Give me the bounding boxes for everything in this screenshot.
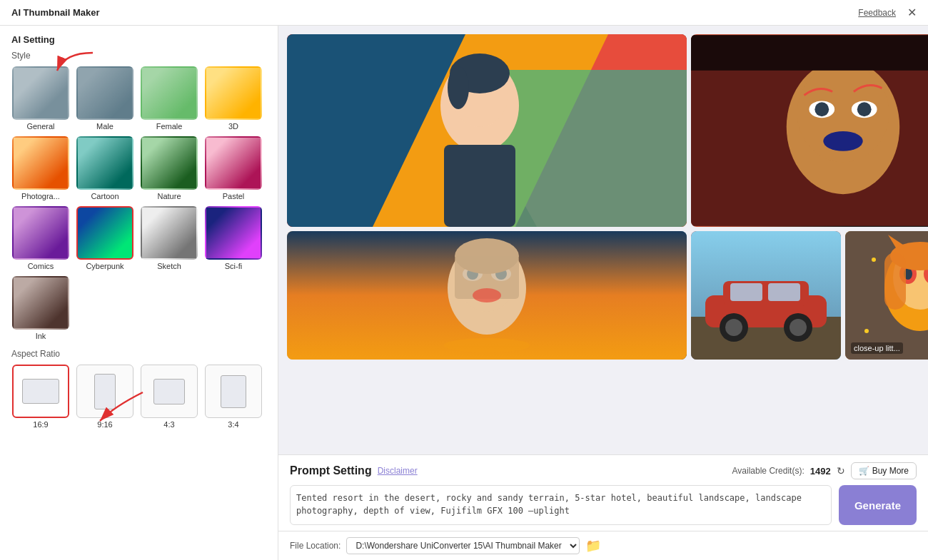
aspect-inner-9-16 <box>94 374 116 409</box>
close-button[interactable]: ✕ <box>907 6 917 19</box>
disclaimer-link[interactable]: Disclaimer <box>378 466 418 476</box>
svg-rect-21 <box>691 35 928 71</box>
face-image-svg <box>691 34 928 227</box>
aspect-inner-3-4 <box>221 375 246 408</box>
aspect-box-9-16 <box>76 365 133 418</box>
style-thumb-sketch <box>141 206 198 260</box>
feedback-link[interactable]: Feedback <box>858 8 896 18</box>
car-image-svg <box>691 231 841 360</box>
gallery-image-main[interactable] <box>287 34 687 227</box>
image-gallery: close-up litt... ⊞ <box>278 26 928 454</box>
gallery-image-girl[interactable] <box>287 231 687 360</box>
svg-rect-55 <box>884 253 906 310</box>
style-thumb-ink <box>12 276 69 330</box>
left-panel: AI Setting Style GeneralMaleFemale3DPhot… <box>0 26 278 560</box>
aspect-box-16-9 <box>12 365 69 418</box>
style-item-photo[interactable]: Photogra... <box>11 136 70 200</box>
style-item-ink[interactable]: Ink <box>11 276 70 340</box>
prompt-section: Prompt Setting Disclaimer Available Cred… <box>278 454 928 531</box>
refresh-icon[interactable]: ↻ <box>837 465 845 477</box>
svg-rect-38 <box>730 283 762 301</box>
style-item-male[interactable]: Male <box>76 66 134 131</box>
style-thumb-3d <box>205 66 262 120</box>
credits-count: 1492 <box>810 466 831 477</box>
style-label-scifi: Sci-fi <box>225 262 242 270</box>
svg-point-19 <box>857 102 872 116</box>
style-label-female: Female <box>156 122 183 131</box>
prompt-title: Prompt Setting <box>290 464 372 477</box>
buy-more-button[interactable]: 🛒 Buy More <box>851 462 917 479</box>
style-item-general[interactable]: General <box>11 66 70 131</box>
title-bar: AI Thumbnail Maker Feedback ✕ <box>0 0 928 26</box>
svg-point-20 <box>823 131 862 151</box>
style-item-scifi[interactable]: Sci-fi <box>204 206 263 270</box>
prompt-title-row: Prompt Setting Disclaimer <box>290 464 418 477</box>
style-thumb-scifi <box>205 206 262 260</box>
svg-rect-9 <box>444 145 515 227</box>
svg-point-43 <box>790 319 807 336</box>
aspect-label-16-9: 16:9 <box>33 420 48 429</box>
style-item-sketch[interactable]: Sketch <box>140 206 198 270</box>
file-location-select[interactable]: D:\Wondershare UniConverter 15\AI Thumbn… <box>346 537 580 554</box>
prompt-textarea[interactable] <box>290 485 832 525</box>
aspect-inner-16-9 <box>22 379 59 404</box>
style-item-comics[interactable]: Comics <box>11 206 70 270</box>
style-item-3d[interactable]: 3D <box>204 66 263 131</box>
style-item-cartoon[interactable]: Cartoon <box>76 136 134 200</box>
prompt-header: Prompt Setting Disclaimer Available Cred… <box>290 462 917 479</box>
aspect-item-4-3[interactable]: 4:3 <box>140 365 198 429</box>
girl-image-svg <box>287 231 687 360</box>
app-title: AI Thumbnail Maker <box>11 7 100 18</box>
svg-point-17 <box>814 102 829 116</box>
aspect-label-9-16: 9:16 <box>97 420 112 429</box>
style-thumb-male <box>76 66 133 120</box>
style-label-comics: Comics <box>28 262 54 270</box>
style-label-cartoon: Cartoon <box>91 192 118 200</box>
style-thumb-cartoon <box>76 136 133 190</box>
gallery-image-car[interactable] <box>691 231 841 360</box>
svg-point-24 <box>444 338 530 352</box>
title-bar-actions: Feedback ✕ <box>858 6 917 19</box>
style-item-nature[interactable]: Nature <box>140 136 198 200</box>
style-thumb-nature <box>141 136 198 190</box>
file-location-label: File Location: <box>290 541 341 551</box>
style-item-cyberpunk[interactable]: Cyberpunk <box>76 206 134 270</box>
main-image-svg <box>287 34 687 227</box>
style-label-pastel: Pastel <box>223 192 245 200</box>
aspect-ratio-label: Aspect Ratio <box>11 349 266 359</box>
buy-icon: 🛒 <box>859 466 869 476</box>
aspect-grid: 16:99:164:33:4 <box>11 365 266 429</box>
style-thumb-general <box>12 66 69 120</box>
style-item-female[interactable]: Female <box>140 66 198 131</box>
svg-point-11 <box>448 66 469 109</box>
right-panel: close-up litt... ⊞ Prompt Setting Discla… <box>278 26 928 560</box>
generate-button[interactable]: Generate <box>839 485 917 525</box>
style-grid: GeneralMaleFemale3DPhotogra...CartoonNat… <box>11 66 266 340</box>
style-thumb-cyberpunk <box>76 206 133 260</box>
aspect-item-16-9[interactable]: 16:9 <box>11 365 70 429</box>
style-label-3d: 3D <box>228 122 238 131</box>
style-label-general: General <box>26 122 54 131</box>
main-layout: AI Setting Style GeneralMaleFemale3DPhot… <box>0 26 928 560</box>
style-label-nature: Nature <box>157 192 181 200</box>
style-label-sketch: Sketch <box>157 262 181 270</box>
style-label-cyberpunk: Cyberpunk <box>86 262 123 270</box>
aspect-ratio-section: Aspect Ratio 16:99:164:33:4 <box>11 349 266 429</box>
style-thumb-pastel <box>205 136 262 190</box>
anime-overlay-label: close-up litt... <box>851 342 903 354</box>
anime-image-svg <box>845 231 928 360</box>
style-label: Style <box>11 51 266 61</box>
style-thumb-photo <box>12 136 69 190</box>
aspect-item-9-16[interactable]: 9:16 <box>76 365 134 429</box>
folder-icon[interactable]: 📁 <box>585 538 601 554</box>
credits-label: Available Credit(s): <box>732 466 805 476</box>
gallery-image-face[interactable] <box>691 34 928 227</box>
aspect-item-3-4[interactable]: 3:4 <box>204 365 263 429</box>
aspect-box-4-3 <box>141 365 198 418</box>
aspect-label-3-4: 3:4 <box>228 420 238 429</box>
aspect-box-3-4 <box>205 365 262 418</box>
style-label-ink: Ink <box>36 332 46 340</box>
svg-marker-6 <box>501 70 687 227</box>
style-item-pastel[interactable]: Pastel <box>204 136 263 200</box>
gallery-image-anime[interactable]: close-up litt... ⊞ <box>845 231 928 360</box>
